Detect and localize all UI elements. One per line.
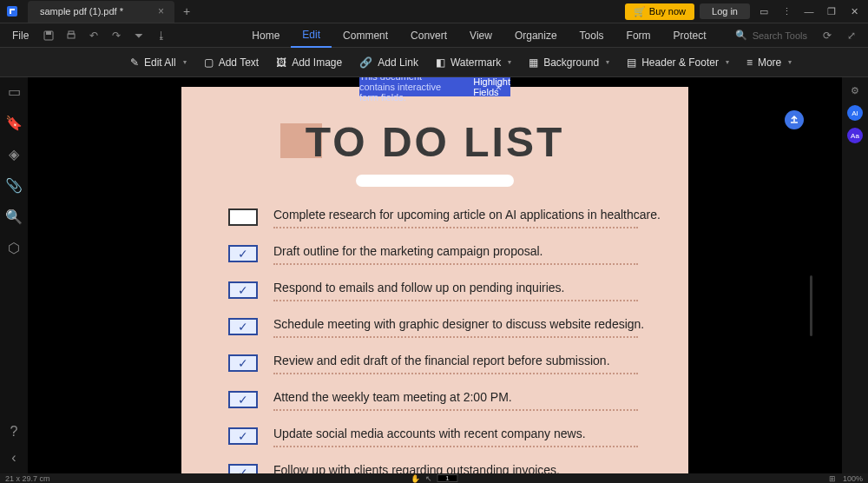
add-image-tool[interactable]: 🖼 Add Image — [276, 56, 342, 69]
layers-icon[interactable]: ◈ — [7, 147, 21, 161]
banner-close-icon[interactable]: × — [495, 81, 502, 94]
checkbox[interactable]: ✓ — [228, 464, 258, 473]
add-text-tool[interactable]: ▢ Add Text — [204, 56, 259, 69]
sync-icon[interactable]: ⟳ — [818, 26, 837, 45]
checkbox[interactable]: ✓ — [228, 354, 258, 372]
share-button[interactable] — [785, 110, 804, 129]
checkbox[interactable] — [228, 208, 258, 226]
dropdown-icon[interactable]: ⏷ — [129, 26, 148, 45]
background-tool[interactable]: ▦ Background ▾ — [529, 56, 609, 69]
checkbox[interactable]: ✓ — [228, 391, 258, 408]
settings-sliders-icon[interactable]: ⚙ — [847, 83, 863, 98]
checkbox[interactable]: ✓ — [228, 318, 258, 335]
search-tools[interactable]: 🔍 Search Tools — [735, 30, 807, 41]
menu-organize[interactable]: Organize — [503, 23, 569, 48]
header-footer-icon: ▤ — [627, 56, 636, 69]
check-icon: ✓ — [238, 247, 248, 261]
add-link-tool[interactable]: 🔗 Add Link — [359, 56, 418, 69]
dotted-rule — [273, 225, 638, 228]
menu-comment[interactable]: Comment — [332, 23, 399, 48]
collapse-left-icon[interactable]: ‹ — [7, 451, 21, 465]
hand-tool-icon[interactable]: ✋ — [411, 474, 420, 483]
undo-icon[interactable]: ↶ — [84, 26, 103, 45]
chevron-down-icon: ▾ — [726, 58, 729, 66]
chevron-down-icon: ▾ — [183, 58, 187, 66]
thumbnails-icon[interactable]: ▭ — [7, 84, 21, 98]
menu-tools[interactable]: Tools — [569, 23, 615, 48]
more-tool[interactable]: ≡ More ▾ — [746, 56, 792, 69]
menu-edit[interactable]: Edit — [291, 23, 332, 48]
window-maximize-icon[interactable]: ▭ — [755, 3, 773, 20]
check-icon: ✓ — [238, 466, 248, 473]
aa-badge-icon[interactable]: Aa — [847, 128, 863, 143]
todo-text: Draft outline for the marketing campaign… — [273, 244, 667, 258]
window-close-icon[interactable]: ✕ — [845, 3, 863, 20]
new-tab-button[interactable]: + — [183, 4, 190, 18]
scrollbar[interactable] — [810, 275, 812, 336]
search-icon: 🔍 — [735, 30, 747, 41]
ai-badge-icon[interactable]: AI — [847, 105, 863, 121]
header-footer-label: Header & Footer — [641, 56, 719, 69]
menubar: File ↶ ↷ ⏷ ⭳ HomeEditCommentConvertViewO… — [0, 23, 868, 48]
page-dimensions: 21 x 29.7 cm — [5, 474, 50, 483]
cursor-tool-icon[interactable]: ↖ — [425, 474, 432, 483]
check-icon: ✓ — [238, 356, 248, 370]
menu-view[interactable]: View — [458, 23, 503, 48]
menu-convert[interactable]: Convert — [399, 23, 458, 48]
background-icon: ▦ — [529, 56, 538, 69]
background-label: Background — [543, 56, 599, 69]
checkbox[interactable]: ✓ — [228, 427, 258, 445]
more-label: More — [758, 56, 781, 69]
fit-view-icon[interactable]: ⊞ — [829, 474, 836, 483]
todo-item: Complete research for upcoming article o… — [228, 208, 667, 228]
todo-text: Update social media accounts with recent… — [273, 427, 667, 440]
todo-list: Complete research for upcoming article o… — [228, 208, 667, 473]
highlight-fields-link[interactable]: Highlight Fields — [473, 77, 510, 97]
watermark-tool[interactable]: ◧ Watermark ▾ — [436, 56, 511, 69]
title-underline — [356, 175, 514, 187]
document-tab[interactable]: sample pdf (1).pdf * × — [28, 1, 174, 23]
header-footer-tool[interactable]: ▤ Header & Footer ▾ — [627, 56, 729, 69]
dotted-rule — [273, 298, 638, 301]
bookmarks-icon[interactable]: 🔖 — [7, 116, 21, 129]
chevron-down-icon: ▾ — [788, 58, 792, 66]
edit-all-label: Edit All — [144, 56, 176, 69]
watermark-label: Watermark — [450, 56, 501, 69]
menu-protect[interactable]: Protect — [662, 23, 718, 48]
login-button[interactable]: Log in — [700, 3, 750, 19]
window-minimize-icon[interactable]: — — [800, 3, 818, 20]
todo-item: ✓Review and edit draft of the financial … — [228, 354, 667, 374]
chevron-down-icon: ▾ — [508, 58, 511, 66]
add-text-label: Add Text — [219, 56, 259, 69]
buy-now-button[interactable]: 🛒 Buy now — [625, 3, 694, 20]
chevron-down-icon: ▾ — [606, 58, 609, 66]
search-placeholder: Search Tools — [753, 30, 807, 41]
menu-form[interactable]: Form — [615, 23, 662, 48]
print-icon[interactable] — [62, 26, 81, 45]
file-menu[interactable]: File — [0, 30, 41, 42]
form-fields-banner: This document contains interactive form … — [359, 77, 510, 96]
menu-tabs: HomeEditCommentConvertViewOrganizeToolsF… — [240, 23, 717, 48]
edit-all-tool[interactable]: ✎ Edit All ▾ — [130, 56, 187, 69]
checkbox[interactable]: ✓ — [228, 245, 258, 262]
text-icon: ▢ — [204, 56, 214, 69]
window-restore-icon[interactable]: ❐ — [823, 3, 840, 20]
left-sidebar: ▭ 🔖 ◈ 📎 🔍 ⬡ ? ‹ — [0, 77, 28, 473]
download-icon[interactable]: ⭳ — [152, 26, 171, 45]
save-icon[interactable] — [39, 26, 58, 45]
redo-icon[interactable]: ↷ — [107, 26, 126, 45]
kebab-menu-icon[interactable]: ⋮ — [778, 3, 795, 20]
help-icon[interactable]: ? — [7, 425, 21, 439]
canvas[interactable]: This document contains interactive form … — [28, 77, 842, 473]
expand-icon[interactable]: ⤢ — [842, 26, 861, 45]
check-icon: ✓ — [238, 283, 248, 297]
cube-icon[interactable]: ⬡ — [7, 241, 21, 255]
checkbox[interactable]: ✓ — [228, 281, 258, 299]
dotted-rule — [273, 261, 638, 265]
search-panel-icon[interactable]: 🔍 — [7, 209, 21, 223]
menu-home[interactable]: Home — [240, 23, 291, 48]
tab-close-icon[interactable]: × — [158, 5, 164, 17]
attachments-icon[interactable]: 📎 — [7, 178, 21, 192]
todo-text: Complete research for upcoming article o… — [273, 208, 667, 222]
page-number-input[interactable] — [437, 474, 458, 482]
